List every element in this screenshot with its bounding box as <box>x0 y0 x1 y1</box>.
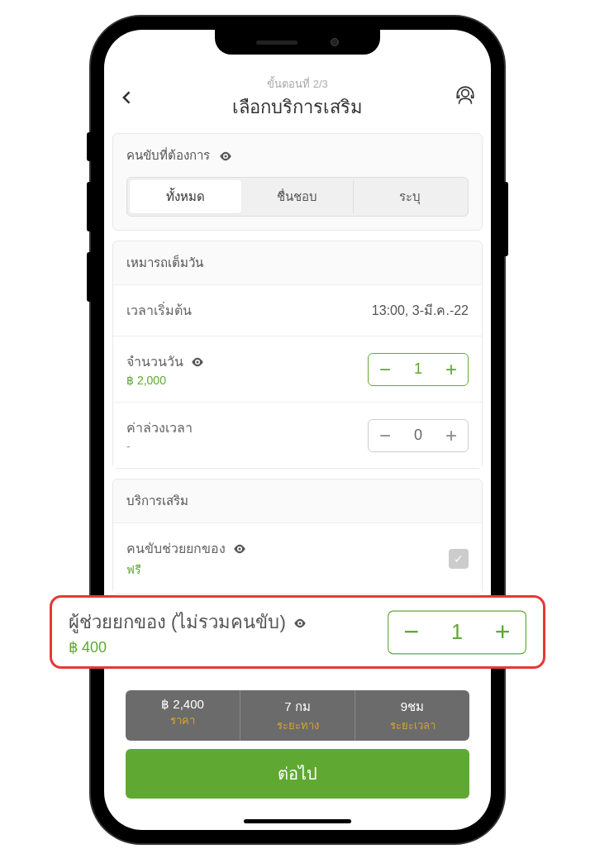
start-time-value: 13:00, 3-มี.ค.-22 <box>372 300 469 321</box>
helper-value: 1 <box>434 620 479 645</box>
helper-label: ผู้ช่วยยกของ (ไม่รวมคนขับ) <box>69 608 286 637</box>
driver-pref-title: คนขับที่ต้องการ <box>126 145 210 165</box>
driver-help-row: คนขับช่วยยกของ ฟรี ✓ <box>113 522 482 594</box>
overtime-label: ค่าล่วงเวลา <box>126 417 368 438</box>
driver-pref-tabs: ทั้งหมด ชื่นชอบ ระบุ <box>126 177 469 217</box>
support-button[interactable] <box>451 86 476 111</box>
overtime-plus-button[interactable]: + <box>435 420 468 451</box>
overtime-stepper: − 0 + <box>368 419 469 452</box>
driver-preference-card: คนขับที่ต้องการ ทั้งหมด ชื่นชอบ ระบุ <box>112 133 483 231</box>
helper-price: ฿ 400 <box>69 638 406 656</box>
header: ขั้นตอนที่ 2/3 เลือกบริการเสริม <box>104 67 491 133</box>
helper-stepper: − 1 + <box>388 610 526 654</box>
overtime-value: 0 <box>402 427 435 444</box>
helper-minus-button[interactable]: − <box>388 611 434 653</box>
eye-icon <box>190 354 205 370</box>
addons-card: บริการเสริม คนขับช่วยยกของ ฟรี <box>112 479 483 594</box>
summary-duration: 9ชม ระยะเวลา <box>355 690 469 741</box>
svg-point-1 <box>225 155 227 157</box>
driver-help-label: คนขับช่วยยกของ <box>126 538 226 559</box>
helper-plus-button[interactable]: + <box>480 611 526 653</box>
home-indicator[interactable] <box>244 819 351 823</box>
svg-point-4 <box>298 622 301 624</box>
days-minus-button[interactable]: − <box>369 354 402 385</box>
helper-addon-callout: ผู้ช่วยยกของ (ไม่รวมคนขับ) ฿ 400 − 1 + <box>50 595 545 669</box>
eye-icon <box>293 612 307 633</box>
tab-all[interactable]: ทั้งหมด <box>130 180 241 213</box>
days-label: จำนวนวัน <box>126 351 183 372</box>
days-value: 1 <box>402 360 435 378</box>
driver-help-price: ฟรี <box>126 560 449 579</box>
start-time-label: เวลาเริ่มต้น <box>126 300 372 321</box>
overtime-minus-button[interactable]: − <box>369 420 402 451</box>
full-day-card: เหมารถเต็มวัน เวลาเริ่มต้น 13:00, 3-มี.ค… <box>112 241 483 469</box>
eye-icon <box>218 147 233 163</box>
overtime-row: ค่าล่วงเวลา - − 0 + <box>113 402 482 468</box>
days-price: ฿ 2,000 <box>126 374 368 387</box>
days-plus-button[interactable]: + <box>435 354 468 385</box>
overtime-sub: - <box>126 440 368 453</box>
back-button[interactable] <box>119 85 144 112</box>
phone-frame: ขั้นตอนที่ 2/3 เลือกบริการเสริม คนขับที่… <box>91 17 504 843</box>
start-time-row[interactable]: เวลาเริ่มต้น 13:00, 3-มี.ค.-22 <box>113 284 482 336</box>
summary-distance: 7 กม ระยะทาง <box>240 690 355 741</box>
summary-bar: ฿ 2,400 ราคา 7 กม ระยะทาง 9ชม ระยะเวลา <box>126 690 469 741</box>
svg-point-3 <box>239 547 241 550</box>
eye-icon <box>232 541 247 556</box>
days-row: จำนวนวัน ฿ 2,000 − 1 + <box>113 336 482 402</box>
full-day-title: เหมารถเต็มวัน <box>126 253 203 273</box>
svg-point-0 <box>462 89 469 97</box>
tab-specify[interactable]: ระบุ <box>354 180 465 213</box>
tab-favorite[interactable]: ชื่นชอบ <box>241 180 354 213</box>
svg-point-2 <box>197 360 199 363</box>
addons-title: บริการเสริม <box>126 491 188 511</box>
driver-help-checkbox[interactable]: ✓ <box>449 549 469 569</box>
phone-notch <box>215 30 380 55</box>
continue-button[interactable]: ต่อไป <box>126 749 469 799</box>
days-stepper: − 1 + <box>368 353 469 386</box>
summary-price: ฿ 2,400 ราคา <box>126 690 240 741</box>
step-indicator: ขั้นตอนที่ 2/3 <box>144 75 451 93</box>
page-title: เลือกบริการเสริม <box>144 93 451 122</box>
